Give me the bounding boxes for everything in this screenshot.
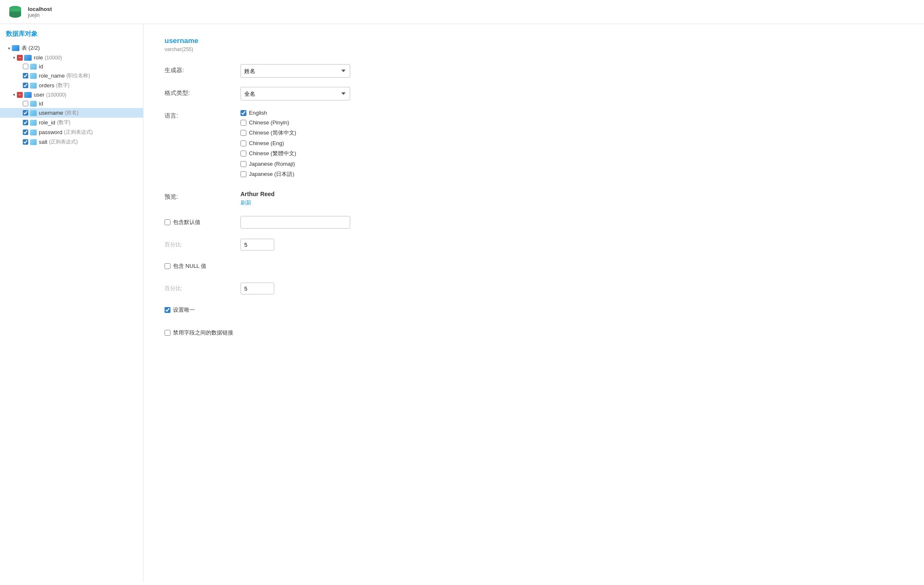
- language-checkbox-japanese_romaji[interactable]: [240, 161, 246, 167]
- language-label: 语言:: [165, 110, 240, 120]
- percent2-control: [240, 283, 903, 294]
- unique-checkbox[interactable]: [165, 307, 170, 313]
- database-icon: [8, 4, 23, 19]
- tree-item-username[interactable]: username(姓名): [0, 108, 143, 118]
- tree-checkbox-user_id[interactable]: [23, 101, 28, 106]
- percent1-row: 百分比:: [165, 239, 903, 251]
- svg-point-1: [9, 6, 21, 11]
- disable-link-check-row: 禁用字段之间的数据链接: [165, 329, 240, 337]
- language-checkbox-chinese_simplified[interactable]: [240, 130, 246, 136]
- default-value-input[interactable]: [240, 216, 350, 229]
- tree-item-sublabel: (正则表达式): [49, 138, 78, 146]
- column-icon: [30, 83, 37, 89]
- tree-item-label: username: [39, 110, 63, 116]
- tree-item-salt[interactable]: salt(正则表达式): [0, 137, 143, 147]
- language-option-chinese_eng: Chinese (Eng): [240, 140, 903, 146]
- folder-icon: [24, 55, 32, 61]
- format-select[interactable]: 全名: [240, 87, 350, 100]
- language-row: 语言: EnglishChinese (Pinyin)Chinese (简体中文…: [165, 110, 903, 181]
- percent1-label: 百分比:: [165, 239, 240, 248]
- preview-row: 预览: Arthur Reed 刷新: [165, 191, 903, 207]
- language-checkbox-chinese_pinyin[interactable]: [240, 120, 246, 126]
- unique-row: 设置唯一: [165, 304, 903, 317]
- column-icon: [30, 110, 37, 116]
- tree-item-orders[interactable]: orders(数字): [0, 81, 143, 90]
- percent1-input[interactable]: [240, 239, 274, 251]
- tree-item-user[interactable]: ▾−user(100000): [0, 90, 143, 99]
- preview-label: 预览:: [165, 191, 240, 201]
- percent2-label: 百分比:: [165, 283, 240, 292]
- tree-checkbox-orders[interactable]: [23, 83, 28, 88]
- tree-item-tables[interactable]: ▾表 (2/2): [0, 43, 143, 53]
- percent2-input[interactable]: [240, 283, 274, 294]
- language-control: EnglishChinese (Pinyin)Chinese (简体中文)Chi…: [240, 110, 903, 181]
- null-row: 包含 NULL 值: [165, 260, 903, 273]
- connection-host: localhost: [28, 6, 52, 12]
- tree-item-label: role_id: [39, 119, 55, 126]
- format-row: 格式类型: 全名: [165, 87, 903, 100]
- include-null-check-row: 包含 NULL 值: [165, 262, 240, 270]
- tree-checkbox-username[interactable]: [23, 110, 28, 116]
- minus-icon: −: [17, 55, 23, 61]
- language-checkbox-japanese[interactable]: [240, 171, 246, 177]
- tree-checkbox-role_id[interactable]: [23, 64, 28, 69]
- tree-item-sublabel: (10000): [45, 55, 62, 61]
- folder-icon: [24, 92, 32, 98]
- app-header: localhost juejin: [0, 0, 924, 24]
- db-tree: ▾表 (2/2)▾−role(10000)idrole_name(职位名称)or…: [0, 43, 143, 147]
- tree-item-label: 表 (2/2): [22, 44, 40, 52]
- percent1-control: [240, 239, 903, 251]
- tree-item-label: salt: [39, 139, 47, 145]
- tree-item-label: user: [34, 92, 44, 98]
- generator-row: 生成器: 姓名: [165, 64, 903, 78]
- generator-select[interactable]: 姓名: [240, 64, 350, 78]
- refresh-button[interactable]: 刷新: [240, 199, 251, 206]
- tree-item-role_id[interactable]: id: [0, 62, 143, 71]
- language-option-japanese_romaji: Japanese (Romaji): [240, 161, 903, 167]
- toggle-arrow: ▾: [6, 46, 12, 51]
- disable-link-checkbox[interactable]: [165, 330, 170, 336]
- unique-label-col: 设置唯一: [165, 304, 240, 317]
- tree-item-label: id: [39, 100, 43, 107]
- tree-item-user_id[interactable]: id: [0, 99, 143, 108]
- include-null-checkbox[interactable]: [165, 263, 170, 269]
- column-icon: [30, 101, 37, 107]
- tree-checkbox-salt[interactable]: [23, 139, 28, 145]
- toggle-arrow: ▾: [11, 92, 17, 97]
- tree-item-role_id2[interactable]: role_id(数字): [0, 118, 143, 127]
- language-label-english: English: [249, 110, 267, 116]
- unique-check-row: 设置唯一: [165, 306, 240, 314]
- tree-checkbox-role_name[interactable]: [23, 73, 28, 78]
- language-label-japanese_romaji: Japanese (Romaji): [249, 161, 295, 167]
- main-layout: 数据库对象 ▾表 (2/2)▾−role(10000)idrole_name(职…: [0, 24, 924, 582]
- tree-item-sublabel: (职位名称): [66, 72, 90, 79]
- folder-icon: [12, 45, 19, 51]
- connection-db: juejin: [28, 12, 52, 18]
- tree-item-sublabel: (100000): [46, 92, 66, 98]
- include-default-label: 包含默认值: [173, 218, 200, 226]
- language-label-japanese: Japanese (日本語): [249, 170, 294, 178]
- include-default-label-col: 包含默认值: [165, 216, 240, 229]
- generator-label: 生成器:: [165, 64, 240, 74]
- language-checkbox-chinese_traditional[interactable]: [240, 151, 246, 156]
- include-default-checkbox[interactable]: [165, 219, 170, 225]
- tree-item-role[interactable]: ▾−role(10000): [0, 53, 143, 62]
- tree-item-label: role: [34, 54, 43, 61]
- default-row: 包含默认值: [165, 216, 903, 229]
- tree-checkbox-password[interactable]: [23, 129, 28, 135]
- preview-value: Arthur Reed: [240, 191, 903, 197]
- tree-item-role_name[interactable]: role_name(职位名称): [0, 71, 143, 81]
- connection-info: localhost juejin: [28, 6, 52, 18]
- generator-control: 姓名: [240, 64, 903, 78]
- content-panel: username varchar(255) 生成器: 姓名 格式类型: 全名 语…: [143, 24, 924, 582]
- tree-item-password[interactable]: password(正则表达式): [0, 127, 143, 137]
- language-checkbox-english[interactable]: [240, 110, 246, 116]
- column-icon: [30, 73, 37, 79]
- format-label: 格式类型:: [165, 87, 240, 97]
- language-checkbox-chinese_eng[interactable]: [240, 140, 246, 146]
- tree-item-sublabel: (正则表达式): [64, 129, 93, 136]
- language-option-chinese_pinyin: Chinese (Pinyin): [240, 119, 903, 126]
- disable-link-label: 禁用字段之间的数据链接: [173, 329, 233, 337]
- tree-checkbox-role_id2[interactable]: [23, 120, 28, 125]
- language-option-japanese: Japanese (日本語): [240, 170, 903, 178]
